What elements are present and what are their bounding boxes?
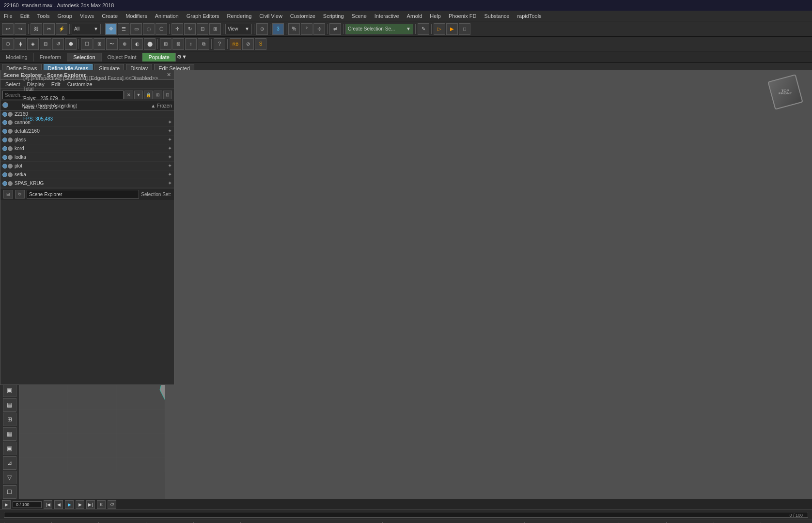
render-icon[interactable] [8, 120, 13, 125]
tab-object-paint[interactable]: Object Paint [102, 53, 143, 62]
scene-item3[interactable]: ⊞ [3, 413, 16, 426]
use-pivot-button[interactable]: ⊙ [256, 23, 268, 35]
time-config-btn[interactable]: ⏱ [108, 500, 116, 509]
go-to-end-btn[interactable]: ▶| [86, 500, 95, 509]
menu-interactive[interactable]: Interactive [371, 12, 403, 20]
time-frame-display[interactable]: 0 / 100 [13, 501, 42, 508]
tab-populate[interactable]: Populate [142, 53, 175, 62]
render-icon[interactable] [8, 112, 13, 117]
menu-group[interactable]: Group [53, 12, 76, 20]
layers-button[interactable]: ⊞ [154, 91, 162, 99]
menu-modifiers[interactable]: Modifiers [122, 12, 151, 20]
rend-icon2[interactable]: ⊘ [242, 38, 254, 50]
expand-button[interactable]: ⊟ [163, 91, 172, 99]
prev-frame-btn[interactable]: ◀ [54, 500, 63, 509]
next-frame-btn[interactable]: ▶ [76, 500, 84, 509]
visibility-icon[interactable] [2, 112, 7, 117]
scene-item-lodka[interactable]: lodka ✦ [0, 153, 174, 162]
scale-uniform-button[interactable]: ⊞ [209, 23, 221, 35]
paint-select-button[interactable]: ⬡ [156, 23, 167, 35]
menu-views[interactable]: Views [76, 12, 98, 20]
uvw-map-button[interactable]: ⊟ [40, 38, 51, 50]
bind-to-space-warp[interactable]: ⚡ [56, 23, 67, 35]
edit-named-sets[interactable]: ✎ [418, 23, 429, 35]
menu-scene[interactable]: Scene [348, 12, 371, 20]
visibility-icon[interactable] [2, 138, 7, 142]
snap-toggle[interactable]: ⊹ [313, 23, 325, 35]
scene-explorer-input[interactable] [27, 190, 139, 199]
menu-substance[interactable]: Substance [480, 12, 513, 20]
navicube-cube[interactable]: TOP FRONT [767, 74, 803, 109]
rb-icon[interactable]: RB [230, 38, 241, 50]
mirror-button[interactable]: ⇌ [329, 23, 341, 35]
visibility-icon[interactable] [2, 155, 7, 160]
render-icon[interactable] [8, 172, 13, 177]
lasso-select-button[interactable]: ◌ [143, 23, 155, 35]
rect-select-button[interactable]: ▭ [130, 23, 142, 35]
render-frame-button[interactable]: □ [459, 23, 470, 35]
populate-settings-btn[interactable]: ⚙▼ [177, 54, 191, 60]
scene-item5[interactable]: ▣ [3, 442, 16, 455]
rotate-button[interactable]: ↻ [184, 23, 196, 35]
scene-item1[interactable]: ▣ [3, 384, 16, 397]
menu-customize[interactable]: Customize [286, 12, 319, 20]
create-selection-dropdown[interactable]: Create Selection Se...▼ [345, 24, 413, 34]
capture-button[interactable]: ⬤ [144, 38, 156, 50]
menu-rapid-tools[interactable]: rapidTools [513, 12, 545, 20]
undo-button[interactable]: ↩ [2, 23, 14, 35]
scene-item6[interactable]: ⊿ [3, 456, 16, 470]
select-object-button[interactable]: ✥ [105, 23, 117, 35]
render-icon[interactable] [8, 129, 13, 134]
align-button[interactable]: ⊞ [160, 38, 172, 50]
menu-civil-view[interactable]: Civil View [255, 12, 286, 20]
se-refresh-icon[interactable]: ↻ [15, 190, 25, 199]
object-properties-button[interactable]: ☐ [81, 38, 93, 50]
menu-graph-editors[interactable]: Graph Editors [183, 12, 223, 20]
percent-button[interactable]: % [288, 23, 300, 35]
clone-align-button[interactable]: ⧉ [198, 38, 209, 50]
play-btn[interactable]: ▶ [65, 500, 74, 509]
scene-item2[interactable]: ▤ [3, 398, 16, 412]
tab-freeform[interactable]: Freeform [34, 53, 68, 62]
tab-selection[interactable]: Selection [67, 53, 101, 62]
tab-modeling[interactable]: Modeling [0, 53, 34, 62]
scene-item-spas_krug[interactable]: SPAS_KRUG ✦ [0, 179, 174, 188]
visibility-icon[interactable] [2, 181, 7, 186]
color-clipboard-button[interactable]: ◐ [131, 38, 143, 50]
render-icon[interactable] [8, 146, 13, 151]
se-layers-icon[interactable]: ⊞ [3, 190, 13, 199]
key-filters-btn[interactable]: ▶ [2, 500, 11, 509]
scene-item7[interactable]: ▽ [3, 471, 16, 484]
spacing-button[interactable]: ↕ [185, 38, 197, 50]
scene-item4[interactable]: ▦ [3, 427, 16, 441]
select-move-button[interactable]: ✛ [172, 23, 183, 35]
view-dropdown[interactable]: View▼ [225, 24, 252, 34]
visibility-icon[interactable] [2, 164, 7, 169]
help-button[interactable]: ? [214, 38, 225, 50]
key-mode-btn[interactable]: K [97, 500, 106, 509]
se-customize-menu[interactable]: Customize [64, 81, 95, 88]
render-icon[interactable] [8, 138, 13, 142]
menu-phoenix-fd[interactable]: Phoenix FD [445, 12, 480, 20]
render-icon[interactable] [8, 155, 13, 160]
navicube[interactable]: TOP FRONT [771, 77, 805, 111]
go-to-start-btn[interactable]: |◀ [44, 500, 52, 509]
render-icon[interactable] [8, 164, 13, 169]
menu-file[interactable]: File [0, 12, 16, 20]
render-setup-button[interactable]: ▷ [434, 23, 445, 35]
loop-button[interactable]: ↺ [52, 38, 64, 50]
menu-create[interactable]: Create [98, 12, 122, 20]
geo-button[interactable]: ⬢ [65, 38, 77, 50]
scene-item-glass[interactable]: glass ✦ [0, 136, 174, 144]
visibility-icon[interactable] [2, 172, 7, 177]
search-clear-button[interactable]: ✕ [125, 91, 133, 99]
se-select-menu[interactable]: Select [2, 81, 23, 88]
layer-manager-button[interactable]: ⊞ [94, 38, 105, 50]
se-frozen-column-header[interactable]: ▲ Frozen [133, 103, 172, 108]
scene-item-kord[interactable]: kord ✦ [0, 144, 174, 153]
select-by-name-button[interactable]: ☰ [118, 23, 129, 35]
close-icon[interactable]: ✕ [167, 72, 171, 78]
material-map-button[interactable]: ⧫ [15, 38, 26, 50]
filter-dropdown[interactable]: All▼ [72, 24, 101, 34]
snap-angle-button[interactable]: ° [301, 23, 312, 35]
